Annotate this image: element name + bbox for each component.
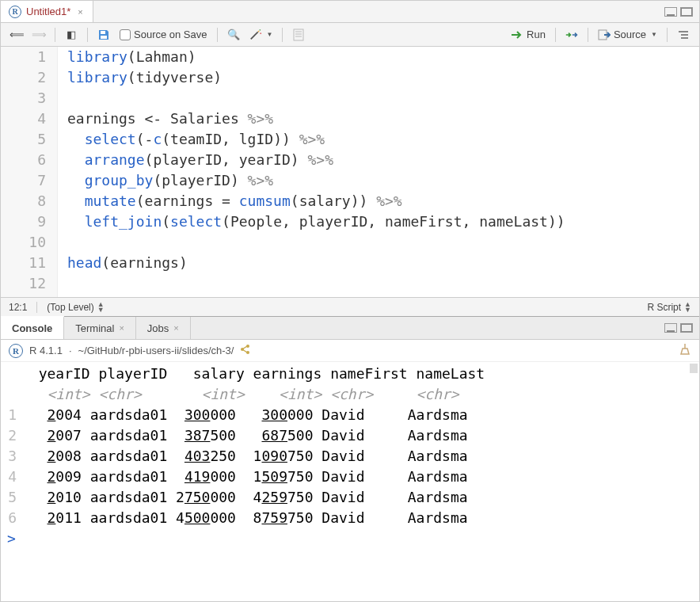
svg-point-15 [246,345,249,348]
source-label: Source [614,29,646,40]
run-label: Run [527,29,546,40]
source-pane: R Untitled1* × ⟸ ⟹ ◧ Source on Save 🔍 [1,1,699,316]
pane-window-controls [664,1,699,22]
svg-point-3 [257,30,259,32]
table-row: 6 2011 aardsda01 4500000 8759750 David A… [4,508,699,528]
language-label: R Script [647,302,681,313]
table-types: <int> <chr> <int> <int> <chr> <chr> [21,384,485,405]
table-header: yearID playerID salary earnings nameFirs… [21,364,485,384]
scrollbar-thumb[interactable] [690,364,698,373]
maximize-pane-icon[interactable] [680,323,693,333]
search-icon: 🔍 [227,29,240,41]
working-directory[interactable]: ~/GitHub/r-pbi-users-ii/slides/ch-3/ [78,345,234,356]
svg-point-16 [246,351,249,354]
source-on-save-toggle[interactable]: Source on Save [116,27,211,42]
svg-point-5 [259,29,261,30]
popout-button[interactable]: ◧ [62,27,81,43]
source-button[interactable]: Source ▼ [595,27,660,43]
rerun-icon [565,29,578,41]
table-row: 5 2010 aardsda01 2750000 4259750 David A… [4,487,699,508]
console-output[interactable]: yearID playerID salary earnings nameFirs… [1,362,699,551]
editor-tab[interactable]: R Untitled1* × [1,1,93,22]
forward-button[interactable]: ⟹ [29,27,48,43]
chevron-down-icon: ▼ [651,31,657,38]
source-icon [598,29,611,41]
source-on-save-label: Source on Save [134,29,207,40]
r-version: R 4.1.1 [29,345,63,356]
notebook-icon [292,29,305,41]
find-button[interactable]: 🔍 [224,27,243,43]
run-icon [511,29,523,41]
editor-tabbar: R Untitled1* × [1,1,699,23]
back-button[interactable]: ⟸ [7,27,26,43]
svg-rect-0 [101,31,105,34]
table-row: 3 2008 aardsda01 403250 1090750 David Aa… [4,446,699,467]
editor-toolbar: ⟸ ⟹ ◧ Source on Save 🔍 ▼ [1,23,699,47]
svg-point-14 [241,348,244,351]
svg-rect-6 [294,29,303,40]
cursor-position: 12:1 [9,302,27,313]
svg-rect-1 [101,36,107,39]
console-tabbar: Console Terminal× Jobs× [1,316,699,340]
tab-title: Untitled1* [26,6,70,17]
save-button[interactable] [94,27,113,43]
updown-icon: ▲▼ [97,302,105,313]
maximize-pane-icon[interactable] [680,7,693,17]
editor-statusbar: 12:1 (Top Level) ▲▼ R Script ▲▼ [1,297,699,316]
tab-console[interactable]: Console [1,316,64,339]
console-prompt[interactable]: > [4,528,699,549]
table-row: 2 2007 aardsda01 387500 687500 David Aar… [4,425,699,446]
svg-line-2 [250,32,257,39]
outline-button[interactable] [674,27,693,43]
code-area[interactable]: library(Lahman)library(tidyverse) earnin… [58,47,699,297]
console-pane: Console Terminal× Jobs× R R 4.1.1 · ~/Gi… [1,316,699,551]
minimize-pane-icon[interactable] [664,7,677,17]
checkbox-icon [120,29,131,40]
share-icon[interactable] [240,344,251,357]
close-icon[interactable]: × [75,7,85,17]
r-logo-icon: R [9,344,23,358]
outline-icon [677,29,690,41]
save-icon [97,29,110,41]
close-icon[interactable]: × [173,323,178,333]
close-icon[interactable]: × [119,323,124,333]
rerun-button[interactable] [562,27,581,43]
tab-terminal[interactable]: Terminal× [64,317,136,339]
tab-jobs[interactable]: Jobs× [136,317,191,339]
language-selector[interactable]: R Script ▲▼ [647,302,691,313]
minimize-pane-icon[interactable] [664,323,677,333]
clear-console-button[interactable] [679,343,691,358]
run-button[interactable]: Run [508,27,549,43]
updown-icon: ▲▼ [684,302,691,313]
line-gutter: 123456789101112 [1,47,58,297]
code-editor[interactable]: 123456789101112 library(Lahman)library(t… [1,47,699,297]
svg-point-4 [260,32,261,34]
table-row: 4 2009 aardsda01 419000 1509750 David Aa… [4,467,699,487]
console-infobar: R R 4.1.1 · ~/GitHub/r-pbi-users-ii/slid… [1,340,699,362]
scope-selector[interactable]: (Top Level) ▲▼ [47,302,104,313]
chevron-down-icon: ▼ [267,31,273,38]
table-row: 1 2004 aardsda01 300000 300000 David Aar… [4,405,699,425]
r-file-icon: R [9,6,21,18]
notebook-button[interactable] [289,27,308,43]
wand-button[interactable]: ▼ [246,27,276,43]
wand-icon [249,29,262,41]
scope-label: (Top Level) [47,302,93,313]
pane-window-controls [664,317,699,339]
